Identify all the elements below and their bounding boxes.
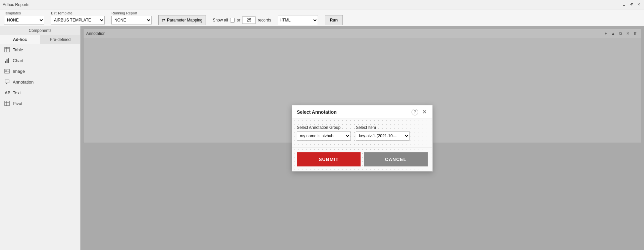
- modal-close-button[interactable]: ✕: [421, 109, 428, 115]
- param-mapping-icon: ⇄: [162, 18, 165, 22]
- sidebar-item-annotation-label: Annotation: [13, 80, 34, 85]
- sidebar-item-pivot-label: Pivot: [13, 101, 22, 106]
- cancel-button[interactable]: CANCEL: [364, 152, 428, 166]
- format-select[interactable]: HTML: [278, 15, 318, 25]
- pivot-icon: [4, 100, 10, 106]
- table-icon: [4, 47, 10, 53]
- modal-help-button[interactable]: ?: [412, 109, 418, 115]
- sidebar-item-text-label: Text: [13, 90, 21, 95]
- sidebar-header: Components: [0, 26, 80, 35]
- show-all-checkbox[interactable]: [230, 18, 235, 22]
- modal-header-icons: ? ✕: [412, 109, 428, 115]
- modal-form-row: Select Annotation Group my name is aivhu…: [297, 125, 428, 141]
- run-button[interactable]: Run: [325, 15, 342, 25]
- birt-template-label: Birt Template: [51, 11, 105, 15]
- running-report-group: Running Report NONE: [111, 11, 152, 24]
- svg-text:AB: AB: [5, 91, 10, 95]
- sidebar-item-text[interactable]: AB Text: [0, 87, 80, 98]
- birt-template-group: Birt Template AIRBUS TEMPLATE: [51, 11, 105, 24]
- app-bar: Adhoc Reports 🗕 🗗 ✕: [0, 0, 644, 9]
- maximize-icon[interactable]: 🗗: [629, 2, 634, 7]
- records-group: Show all or records: [213, 16, 271, 24]
- sidebar-item-chart-label: Chart: [13, 58, 23, 63]
- svg-point-8: [6, 70, 7, 71]
- app-bar-icons: 🗕 🗗 ✕: [621, 2, 641, 7]
- sidebar-item-table-label: Table: [13, 47, 23, 52]
- annotation-group-field: Select Annotation Group my name is aivhu…: [297, 125, 351, 141]
- svg-rect-5: [7, 59, 8, 63]
- app-bar-title: Adhoc Reports: [3, 2, 29, 7]
- sidebar-item-image[interactable]: Image: [0, 66, 80, 77]
- templates-group: Templates NONE: [4, 11, 44, 24]
- image-icon: [4, 68, 10, 74]
- svg-rect-4: [5, 61, 6, 63]
- close-icon[interactable]: ✕: [636, 2, 641, 7]
- show-all-label: Show all: [213, 18, 228, 22]
- select-item-label: Select Item: [356, 125, 410, 130]
- tab-predefined[interactable]: Pre-defined: [40, 35, 80, 44]
- minimize-icon[interactable]: 🗕: [621, 2, 627, 7]
- or-label: or: [237, 18, 240, 22]
- birt-template-select[interactable]: AIRBUS TEMPLATE: [51, 16, 105, 24]
- sidebar-tabs: Ad-hoc Pre-defined: [0, 35, 80, 44]
- templates-label: Templates: [4, 11, 44, 15]
- sidebar-item-chart[interactable]: Chart: [0, 55, 80, 66]
- param-mapping-label: Parameter Mapping: [167, 18, 202, 22]
- select-item-select[interactable]: key-aiv-1-(2021-10-...: [356, 131, 410, 141]
- svg-rect-0: [5, 47, 9, 52]
- modal-title: Select Annotation: [297, 109, 337, 115]
- annotation-group-label: Select Annotation Group: [297, 125, 351, 130]
- select-item-field: Select Item key-aiv-1-(2021-10-...: [356, 125, 410, 141]
- main-layout: Components Ad-hoc Pre-defined Table Char…: [0, 26, 644, 250]
- svg-rect-10: [5, 101, 9, 106]
- records-label: records: [258, 18, 271, 22]
- modal-actions: SUBMIT CANCEL: [292, 147, 432, 171]
- modal-header: Select Annotation ? ✕: [292, 105, 432, 118]
- submit-button[interactable]: SUBMIT: [297, 152, 361, 166]
- modal-body: Select Annotation Group my name is aivhu…: [292, 118, 432, 147]
- running-report-select[interactable]: NONE: [111, 16, 152, 24]
- chart-icon: [4, 57, 10, 63]
- records-input[interactable]: [242, 16, 256, 24]
- sidebar-item-annotation[interactable]: Annotation: [0, 77, 80, 87]
- sidebar-item-image-label: Image: [13, 69, 25, 74]
- toolbar: Templates NONE Birt Template AIRBUS TEMP…: [0, 9, 644, 26]
- text-icon: AB: [4, 90, 10, 96]
- param-mapping-button[interactable]: ⇄ Parameter Mapping: [158, 15, 206, 25]
- svg-rect-6: [8, 58, 9, 63]
- sidebar-item-pivot[interactable]: Pivot: [0, 98, 80, 109]
- select-annotation-modal: Select Annotation ? ✕ Select Annotation …: [292, 105, 433, 171]
- annotation-icon: [4, 79, 10, 85]
- annotation-group-select[interactable]: my name is aivhub: [297, 131, 351, 141]
- tab-adhoc[interactable]: Ad-hoc: [0, 35, 40, 44]
- templates-select[interactable]: NONE: [4, 16, 44, 24]
- sidebar-item-table[interactable]: Table: [0, 44, 80, 55]
- sidebar: Components Ad-hoc Pre-defined Table Char…: [0, 26, 80, 250]
- content-area: Annotation + ▲ ⧉ ✕ 🗑 Select Annotation ?: [80, 26, 644, 250]
- running-report-label: Running Report: [111, 11, 152, 15]
- modal-overlay: Select Annotation ? ✕ Select Annotation …: [80, 26, 644, 250]
